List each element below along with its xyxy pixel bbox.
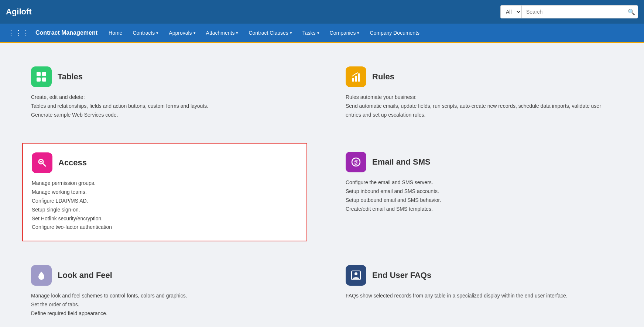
svg-point-13 xyxy=(354,272,357,275)
card-email-sms-header: @ Email and SMS xyxy=(346,152,613,172)
card-end-user-faqs[interactable]: End User FAQs FAQs show selected records… xyxy=(337,256,622,327)
access-title: Access xyxy=(58,158,87,168)
svg-rect-0 xyxy=(37,72,41,76)
card-tables-header: Tables xyxy=(31,66,298,87)
search-icon: 🔍 xyxy=(628,8,635,16)
card-tables[interactable]: Tables Create, edit and delete: Tables a… xyxy=(22,58,307,128)
search-category-dropdown[interactable]: All xyxy=(500,5,521,18)
chevron-down-icon: ▾ xyxy=(193,31,196,35)
end-user-faqs-description: FAQs show selected records from any tabl… xyxy=(346,292,613,300)
email-sms-icon: @ xyxy=(346,152,366,172)
end-user-faqs-icon xyxy=(346,265,366,286)
navbar: ⋮⋮⋮ Contract Management Home Contracts ▾… xyxy=(0,24,644,43)
card-email-sms[interactable]: @ Email and SMS Configure the email and … xyxy=(337,143,622,241)
nav-company-documents[interactable]: Company Documents xyxy=(364,23,425,42)
rules-title: Rules xyxy=(372,72,394,82)
email-sms-title: Email and SMS xyxy=(372,157,431,167)
nav-home-label: Home xyxy=(109,30,122,36)
tables-description: Create, edit and delete: Tables and rela… xyxy=(31,93,298,119)
nav-company-documents-label: Company Documents xyxy=(370,30,419,36)
nav-contracts[interactable]: Contracts ▾ xyxy=(127,23,164,42)
look-feel-description: Manage look and feel schemes to control … xyxy=(31,292,298,318)
nav-contract-clauses-label: Contract Clauses xyxy=(249,30,288,36)
nav-contracts-label: Contracts xyxy=(133,30,155,36)
chevron-down-icon: ▾ xyxy=(357,31,359,35)
card-rules-header: Rules xyxy=(346,66,613,87)
card-look-feel[interactable]: Look and Feel Manage look and feel schem… xyxy=(22,256,307,327)
chevron-down-icon: ▾ xyxy=(236,31,238,35)
nav-contract-clauses[interactable]: Contract Clauses ▾ xyxy=(243,23,297,42)
search-bar: All 🔍 xyxy=(500,5,638,18)
card-end-user-faqs-header: End User FAQs xyxy=(346,265,613,286)
nav-approvals-label: Approvals xyxy=(169,30,192,36)
card-rules[interactable]: Rules Rules automate your business: Send… xyxy=(337,58,622,128)
chevron-down-icon: ▾ xyxy=(290,31,292,35)
card-look-feel-header: Look and Feel xyxy=(31,265,298,286)
header: Agiloft All 🔍 xyxy=(0,0,644,24)
chevron-down-icon: ▾ xyxy=(156,31,158,35)
nav-home[interactable]: Home xyxy=(103,23,127,42)
email-sms-description: Configure the email and SMS servers. Set… xyxy=(346,178,613,213)
svg-point-9 xyxy=(40,161,42,163)
svg-rect-3 xyxy=(42,78,46,82)
tables-title: Tables xyxy=(58,72,83,82)
grid-icon[interactable]: ⋮⋮⋮ xyxy=(3,28,34,37)
tables-icon xyxy=(31,66,52,87)
app-title: Contract Management xyxy=(34,30,103,36)
rules-description: Rules automate your business: Send autom… xyxy=(346,93,613,119)
look-feel-icon xyxy=(31,265,52,286)
look-feel-title: Look and Feel xyxy=(58,271,112,280)
access-icon xyxy=(32,152,52,173)
access-description: Manage permission groups. Manage working… xyxy=(32,179,298,232)
svg-rect-6 xyxy=(358,73,360,82)
search-input[interactable] xyxy=(521,5,625,18)
main-content: Tables Create, edit and delete: Tables a… xyxy=(0,43,644,327)
card-access[interactable]: Access Manage permission groups. Manage … xyxy=(22,143,307,241)
nav-tasks[interactable]: Tasks ▾ xyxy=(297,23,325,42)
svg-rect-2 xyxy=(37,78,41,82)
nav-approvals[interactable]: Approvals ▾ xyxy=(164,23,201,42)
nav-tasks-label: Tasks xyxy=(302,30,316,36)
svg-rect-1 xyxy=(42,72,46,76)
app-logo: Agiloft xyxy=(6,7,32,17)
rules-icon xyxy=(346,66,366,87)
svg-rect-4 xyxy=(352,78,354,82)
nav-attachments-label: Attachments xyxy=(206,30,235,36)
card-access-header: Access xyxy=(32,152,298,173)
search-button[interactable]: 🔍 xyxy=(625,5,638,18)
nav-companies-label: Companies xyxy=(330,30,356,36)
nav-companies[interactable]: Companies ▾ xyxy=(325,23,365,42)
svg-line-8 xyxy=(43,164,46,167)
chevron-down-icon: ▾ xyxy=(317,31,319,35)
svg-text:@: @ xyxy=(353,159,359,165)
nav-attachments[interactable]: Attachments ▾ xyxy=(201,23,244,42)
end-user-faqs-title: End User FAQs xyxy=(372,271,431,280)
svg-rect-5 xyxy=(355,76,357,82)
